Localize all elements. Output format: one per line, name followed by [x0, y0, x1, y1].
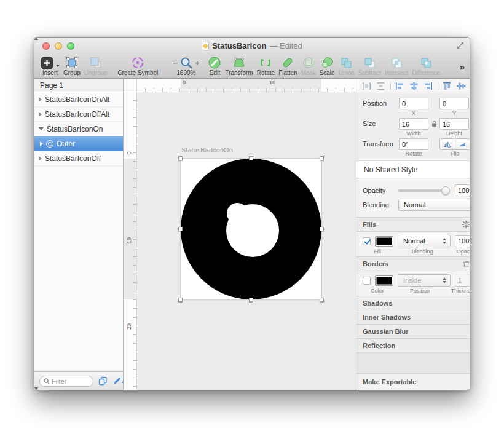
fill-enabled-checkbox[interactable]	[363, 237, 371, 245]
selection-handle[interactable]	[320, 298, 324, 302]
chevron-right-icon[interactable]	[39, 112, 42, 117]
insert-icon	[41, 57, 53, 69]
pages-icon[interactable]	[98, 376, 108, 386]
fill-blending-dropdown[interactable]: Normal	[398, 235, 451, 247]
align-center-horizontal-icon[interactable]	[409, 82, 419, 90]
traffic-lights	[42, 38, 74, 54]
zoom-level[interactable]: 1600%	[176, 69, 195, 76]
ruler-ticks	[137, 88, 356, 92]
layer-row-statusbariconon[interactable]: StatusBarIconOn	[34, 122, 123, 136]
gear-icon[interactable]	[462, 221, 470, 228]
insert-button[interactable]: Insert	[41, 55, 60, 76]
fullscreen-icon[interactable]	[456, 41, 465, 50]
status-bar-icon-shape[interactable]	[181, 159, 321, 299]
flip-vertical-button[interactable]	[455, 139, 470, 149]
lock-icon[interactable]	[431, 121, 437, 127]
intersect-button[interactable]: Intersect	[385, 55, 408, 76]
minimize-button[interactable]	[55, 42, 62, 50]
align-right-icon[interactable]	[423, 82, 433, 90]
opacity-slider[interactable]	[398, 189, 449, 192]
chevron-right-icon[interactable]	[40, 141, 43, 146]
style-section: Opacity Blending Normal	[356, 178, 470, 218]
close-button[interactable]	[42, 42, 50, 50]
canvas-area: 0 10 0 10 20 StatusBarIconOn	[124, 79, 356, 390]
create-symbol-button[interactable]: Create Symbol	[117, 55, 158, 76]
position-y-field[interactable]	[439, 98, 469, 109]
distribute-vertical-icon[interactable]	[376, 82, 385, 90]
selection-handle[interactable]	[320, 156, 324, 160]
page-selector[interactable]: Page 1	[34, 79, 123, 92]
rotate-button[interactable]: Rotate	[257, 55, 275, 76]
scale-button[interactable]: Scale	[320, 55, 335, 76]
align-top-icon[interactable]	[443, 82, 452, 90]
ungroup-button[interactable]: Ungroup	[84, 55, 108, 76]
union-button[interactable]: Union	[339, 55, 355, 76]
subtract-button[interactable]: Subtract	[358, 55, 381, 76]
stepper-icon	[443, 277, 447, 283]
magnifier-icon[interactable]	[180, 57, 192, 69]
zoom-out-icon[interactable]: −	[173, 58, 178, 68]
geometry-section: Position X Y Size Width Height Transform…	[356, 93, 470, 161]
layer-row-statusbaricononalt[interactable]: StatusBarIconOnAlt	[34, 92, 123, 107]
window-title: StatusBarIcon — Edited	[202, 41, 302, 50]
difference-button[interactable]: Difference	[412, 55, 439, 76]
artboard[interactable]	[181, 159, 321, 299]
layer-row-statusbariconoffalt[interactable]: StatusBarIconOffAlt	[34, 107, 123, 122]
document-title: StatusBarIcon	[212, 41, 266, 50]
ruler-ticks	[133, 92, 136, 390]
selection-handle[interactable]	[178, 227, 183, 231]
layer-row-outer[interactable]: Outer	[34, 136, 123, 151]
height-field[interactable]	[439, 118, 469, 130]
toolbar: Insert Group Ungroup Create Symbol − + 1…	[34, 54, 470, 79]
opacity-field[interactable]	[455, 184, 470, 196]
layers-sidebar: Page 1 StatusBarIconOnAlt StatusBarIconO…	[34, 79, 124, 390]
border-position-dropdown[interactable]: Inside	[398, 274, 451, 287]
width-field[interactable]	[399, 118, 428, 130]
align-left-icon[interactable]	[395, 82, 404, 90]
artboard-title[interactable]: StatusBarIconOn	[181, 146, 233, 154]
shared-style-dropdown[interactable]: No Shared Style	[356, 161, 470, 178]
zoom-controls: − + 1600%	[173, 55, 199, 76]
mask-button[interactable]: Mask	[301, 55, 316, 76]
fill-opacity-field[interactable]	[455, 235, 470, 247]
align-middle-icon[interactable]	[457, 82, 466, 90]
layer-row-statusbariconoff[interactable]: StatusBarIconOff	[34, 151, 123, 166]
selection-handle[interactable]	[178, 156, 183, 160]
rotate-field[interactable]	[399, 138, 428, 150]
selection-handle[interactable]	[249, 298, 253, 302]
border-color-swatch[interactable]	[375, 275, 393, 286]
transform-row: Transform Rotate Flip	[363, 138, 470, 157]
transform-button[interactable]: Transform	[225, 55, 253, 76]
filter-input[interactable]	[52, 378, 89, 385]
chevron-down-icon[interactable]	[39, 127, 44, 130]
selection-handle[interactable]	[249, 156, 253, 160]
canvas[interactable]: StatusBarIconOn	[137, 92, 356, 390]
chevron-right-icon[interactable]	[39, 156, 42, 161]
group-button[interactable]: Group	[63, 55, 81, 76]
selection-handle[interactable]	[320, 227, 324, 231]
blending-dropdown[interactable]: Normal	[398, 199, 470, 211]
border-row: Inside Color Position Thickness	[356, 271, 470, 296]
make-exportable-row[interactable]: Make Exportable +	[356, 374, 470, 390]
chevron-right-icon[interactable]	[39, 97, 42, 102]
blur-type-stepper-icon[interactable]	[412, 328, 416, 334]
position-row: Position X Y	[363, 98, 470, 116]
edit-button[interactable]: Edit	[208, 55, 221, 76]
sidebar-footer: 4	[34, 371, 123, 390]
zoom-in-icon[interactable]: +	[195, 58, 200, 68]
document-icon[interactable]	[202, 42, 209, 50]
distribute-horizontal-icon[interactable]	[362, 82, 371, 90]
flip-horizontal-button[interactable]	[440, 139, 455, 149]
border-enabled-checkbox[interactable]	[363, 277, 371, 285]
position-x-field[interactable]	[399, 98, 428, 109]
selection-handle[interactable]	[178, 298, 183, 302]
filter-field[interactable]	[39, 376, 93, 387]
border-thickness-field[interactable]	[455, 275, 470, 287]
zoom-button[interactable]	[67, 42, 74, 50]
flatten-button[interactable]: Flatten	[278, 55, 297, 76]
search-icon	[44, 378, 50, 384]
trash-icon[interactable]	[463, 260, 470, 267]
fill-color-swatch[interactable]	[375, 236, 393, 247]
opacity-knob[interactable]	[441, 186, 450, 195]
toolbar-overflow-icon[interactable]: »	[460, 61, 465, 72]
